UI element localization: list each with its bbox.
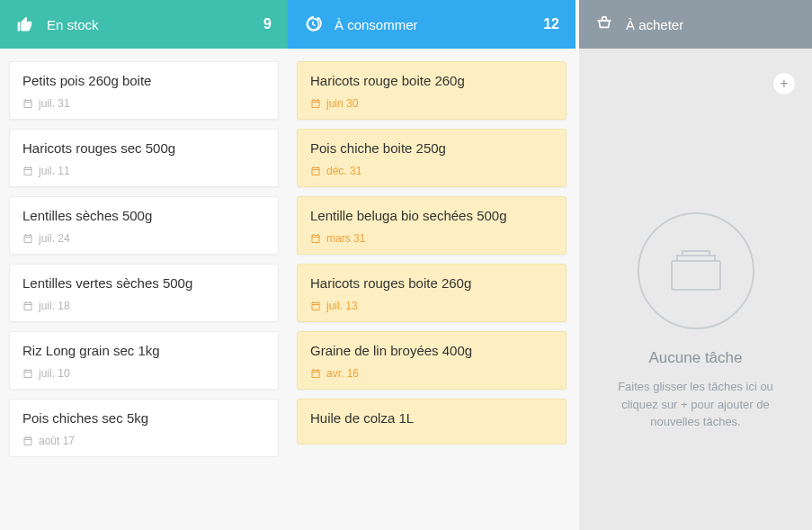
task-date: juil. 18: [22, 300, 265, 312]
consume-card-list: Haricots rouge boite 260gjuin 30Pois chi…: [295, 61, 568, 445]
task-card[interactable]: Huile de colza 1L: [297, 399, 567, 445]
task-card[interactable]: Pois chiches sec 5kgaoût 17: [9, 399, 279, 457]
task-card[interactable]: Lentilles sèches 500gjuil. 24: [9, 196, 279, 255]
task-card[interactable]: Haricots rouges sec 500gjuil. 11: [9, 129, 279, 187]
task-date: juil. 24: [22, 232, 265, 245]
task-title: Lentilles sèches 500g: [22, 208, 265, 223]
empty-state-subtitle: Faites glisser les tâches ici ou cliquez…: [611, 378, 780, 431]
stock-card-list: Petits pois 260g boitejuil. 31Haricots r…: [7, 61, 281, 457]
column-consume-header[interactable]: À consommer 12: [288, 0, 576, 49]
task-date-text: juil. 10: [39, 367, 70, 380]
task-date: juil. 10: [22, 367, 265, 380]
column-stock-count: 9: [263, 16, 272, 32]
task-date-text: juin 30: [326, 97, 358, 110]
task-title: Petits pois 260g boite: [22, 73, 265, 88]
empty-state: Aucune tâche Faites glisser les tâches i…: [586, 212, 805, 431]
task-date-text: juil. 18: [39, 300, 70, 312]
kanban-board: En stock 9 Petits pois 260g boitejuil. 3…: [0, 0, 812, 530]
task-date: mars 31: [310, 232, 553, 245]
task-date: août 17: [22, 435, 265, 447]
task-title: Haricots rouges boite 260g: [310, 275, 553, 291]
column-buy-title: À acheter: [626, 17, 683, 32]
task-date: juin 30: [310, 97, 553, 110]
column-stock: En stock 9 Petits pois 260g boitejuil. 3…: [0, 0, 288, 530]
task-title: Lentille beluga bio sechées 500g: [310, 208, 553, 223]
task-date-text: mars 31: [326, 232, 365, 245]
column-consume: À consommer 12 Haricots rouge boite 260g…: [288, 0, 576, 530]
task-title: Pois chiche boite 250g: [310, 140, 553, 156]
task-title: Pois chiches sec 5kg: [22, 410, 265, 426]
empty-state-icon: [638, 212, 754, 329]
add-task-button[interactable]: +: [772, 72, 796, 95]
column-stock-title: En stock: [47, 17, 99, 32]
task-card[interactable]: Graine de lin broyées 400gavr. 16: [297, 331, 567, 390]
task-card[interactable]: Lentilles vertes sèches 500gjuil. 18: [9, 264, 279, 322]
task-date: juil. 13: [310, 300, 553, 312]
column-consume-count: 12: [543, 16, 559, 32]
task-date-text: avr. 16: [326, 367, 359, 380]
task-card[interactable]: Haricots rouge boite 260gjuin 30: [297, 61, 567, 120]
svg-rect-1: [672, 261, 720, 290]
task-card[interactable]: Riz Long grain sec 1kgjuil. 10: [9, 331, 279, 390]
task-title: Riz Long grain sec 1kg: [22, 343, 265, 358]
task-title: Huile de colza 1L: [310, 410, 553, 426]
task-date-text: juil. 11: [39, 165, 70, 177]
task-date-text: juil. 24: [39, 232, 70, 245]
task-date: déc. 31: [310, 165, 553, 177]
task-title: Lentilles vertes sèches 500g: [22, 275, 265, 291]
task-date-text: juil. 13: [326, 300, 358, 312]
column-stock-header[interactable]: En stock 9: [0, 0, 288, 49]
task-title: Graine de lin broyées 400g: [310, 343, 553, 358]
thumbs-up-icon: [16, 15, 34, 33]
column-consume-title: À consommer: [335, 17, 418, 32]
task-card[interactable]: Lentille beluga bio sechées 500gmars 31: [297, 196, 567, 255]
column-buy: À acheter + Aucune tâche Faites glisser …: [579, 0, 812, 530]
clock-refresh-icon: [304, 15, 322, 33]
task-title: Haricots rouge boite 260g: [310, 73, 553, 88]
task-card[interactable]: Petits pois 260g boitejuil. 31: [9, 61, 279, 120]
task-date-text: juil. 31: [39, 97, 70, 110]
task-title: Haricots rouges sec 500g: [22, 140, 265, 156]
task-date-text: août 17: [39, 435, 75, 447]
empty-state-title: Aucune tâche: [649, 349, 743, 367]
task-card[interactable]: Haricots rouges boite 260gjuil. 13: [297, 264, 567, 322]
task-date: avr. 16: [310, 367, 553, 380]
task-date: juil. 31: [22, 97, 265, 110]
cart-icon: [595, 15, 613, 33]
task-card[interactable]: Pois chiche boite 250gdéc. 31: [297, 129, 567, 187]
task-date-text: déc. 31: [326, 165, 361, 177]
task-date: juil. 11: [22, 165, 265, 177]
column-buy-header[interactable]: À acheter: [579, 0, 812, 49]
